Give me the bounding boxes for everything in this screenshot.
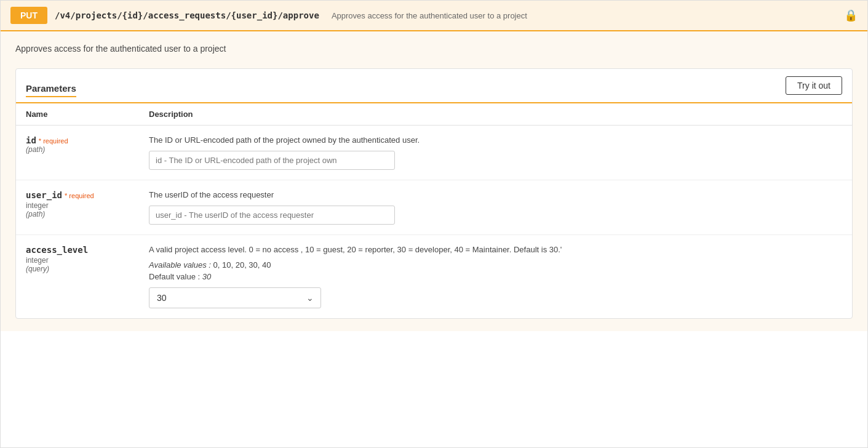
param-input[interactable] <box>149 206 395 225</box>
available-values: Available values : 0, 10, 20, 30, 40 <box>149 260 842 270</box>
param-description: The ID or URL-encoded path of the projec… <box>149 135 842 145</box>
param-desc-col: The ID or URL-encoded path of the projec… <box>149 135 842 170</box>
param-row: id* required(path)The ID or URL-encoded … <box>16 126 852 180</box>
required-badge: * required <box>39 137 68 145</box>
param-location: (path) <box>26 210 149 218</box>
lock-icon: 🔒 <box>844 9 858 22</box>
try-it-out-button[interactable]: Try it out <box>786 76 842 95</box>
api-description: Approves access for the authenticated us… <box>15 44 853 54</box>
default-value: Default value : 30 <box>149 272 842 281</box>
api-body: Approves access for the authenticated us… <box>1 31 867 331</box>
params-table: id* required(path)The ID or URL-encoded … <box>16 126 852 318</box>
param-description: A valid project access level. 0 = no acc… <box>149 245 842 254</box>
param-row: access_levelinteger(query)A valid projec… <box>16 235 852 318</box>
param-row: user_id* requiredinteger(path)The userID… <box>16 180 852 235</box>
col-name-header: Name <box>26 110 149 119</box>
param-input[interactable] <box>149 151 395 170</box>
param-name-col: id* required(path) <box>26 135 149 154</box>
param-desc-col: The userID of the access requester <box>149 190 842 225</box>
param-location: (path) <box>26 145 149 154</box>
parameters-title: Parameters <box>26 83 76 97</box>
param-name-col: access_levelinteger(query) <box>26 245 149 273</box>
param-type: integer <box>26 201 149 210</box>
param-name: user_id <box>26 190 62 200</box>
required-badge: * required <box>65 192 94 199</box>
api-container: PUT /v4/projects/{id}/access_requests/{u… <box>0 0 868 448</box>
param-name-col: user_id* requiredinteger(path) <box>26 190 149 218</box>
param-location: (query) <box>26 265 149 273</box>
params-col-header: Name Description <box>16 103 852 126</box>
param-name: id <box>26 135 36 145</box>
param-select[interactable]: 300102040 <box>149 287 321 308</box>
api-summary: Approves access for the authenticated us… <box>332 11 527 20</box>
param-select-wrapper: 300102040 ⌄ <box>149 287 321 308</box>
parameters-section: Parameters Try it out Name Description i… <box>15 68 853 319</box>
param-description: The userID of the access requester <box>149 190 842 199</box>
api-path: /v4/projects/{id}/access_requests/{user_… <box>55 10 319 20</box>
param-desc-col: A valid project access level. 0 = no acc… <box>149 245 842 308</box>
col-desc-header: Description <box>149 110 842 119</box>
param-type: integer <box>26 256 149 265</box>
method-badge: PUT <box>10 7 47 24</box>
parameters-header: Parameters Try it out <box>16 69 852 103</box>
param-name: access_level <box>26 245 88 255</box>
api-header: PUT /v4/projects/{id}/access_requests/{u… <box>1 1 867 31</box>
